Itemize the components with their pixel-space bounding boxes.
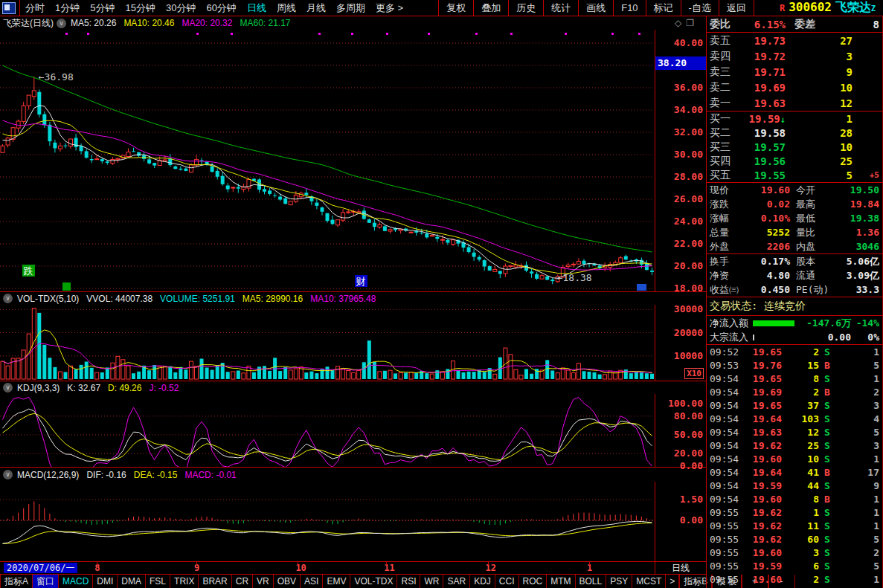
menu-button-2[interactable]: 叠加	[474, 0, 509, 16]
tick-time: 09:53	[710, 360, 741, 371]
tick-row-6: 09:5419.64103S4	[707, 412, 882, 425]
weibi-label: 委比	[710, 18, 741, 31]
kdj-chart[interactable]	[0, 394, 655, 467]
macd-chart[interactable]	[0, 482, 655, 561]
candlestick-chart[interactable]: ←36.98←18.38跌财	[0, 30, 655, 291]
tick-price: 19.62	[741, 440, 782, 451]
toolbar-item-dmi[interactable]: DMI	[93, 575, 118, 588]
menu-button-7[interactable]: 标记	[646, 0, 681, 16]
ask-row-4[interactable]: 卖四19.723	[707, 48, 882, 64]
menu-tab-8[interactable]: 周线	[272, 1, 301, 15]
window-icon[interactable]	[2, 2, 16, 14]
menu-button-5[interactable]: 画线	[579, 0, 614, 16]
menu-tab-7[interactable]: 日线	[242, 1, 272, 15]
tick-time: 09:54	[710, 427, 741, 438]
toolbar-item-macd[interactable]: MACD	[59, 575, 93, 588]
tick-side: S	[819, 534, 835, 545]
svg-text:跌: 跌	[24, 265, 33, 277]
menu-button-6[interactable]: F10	[614, 0, 646, 16]
ask-row-5[interactable]: 卖五19.7327	[707, 33, 882, 48]
tick-row-17: 09:5519.596S5	[707, 559, 882, 572]
toolbar-item-brar[interactable]: BRAR	[199, 575, 231, 588]
toolbar-item-trix[interactable]: TRIX	[170, 575, 199, 588]
svg-text:←18.38: ←18.38	[557, 272, 592, 283]
chevron-down-icon[interactable]: ∨	[57, 19, 66, 28]
toolbar-item-cci[interactable]: CCI	[495, 575, 519, 588]
bid-row-1[interactable]: 买一19.59↓1	[707, 112, 882, 126]
toolbar-item-sar[interactable]: SAR	[443, 575, 470, 588]
toolbar-item-asi[interactable]: ASI	[301, 575, 323, 588]
ask-row-2-label: 卖二	[710, 81, 741, 94]
toolbar-item-obv[interactable]: OBV	[274, 575, 301, 588]
toolbar-item-rsi[interactable]: RSI	[397, 575, 420, 588]
ma-legend: MA5: 20.26MA10: 20.46MA20: 20.32MA60: 21…	[71, 18, 298, 28]
toolbar-item-mcst[interactable]: MCST	[632, 575, 666, 588]
toolbar-item-a[interactable]: 指标A	[0, 575, 33, 588]
menu-tab-5[interactable]: 30分钟	[161, 1, 201, 15]
toolbar-item-fsl[interactable]: FSL	[146, 575, 170, 588]
ask-row-1[interactable]: 卖一19.6312	[707, 95, 882, 111]
ask-row-2[interactable]: 卖二19.6910	[707, 80, 882, 95]
info-row-4: 总量5252量比1.36	[707, 225, 882, 239]
toolbar-item-psy[interactable]: PSY	[606, 575, 632, 588]
chevron-down-icon[interactable]: ∨	[3, 383, 13, 392]
bid-row-2[interactable]: 买二19.5828	[707, 126, 882, 140]
toolbar-item-[interactable]: 窗口	[33, 575, 59, 588]
month-tick-11	[386, 562, 387, 565]
menu-button-3[interactable]: 历史	[509, 0, 544, 16]
toolbar-item-voltdx[interactable]: VOL-TDX	[350, 575, 397, 588]
toolbar-item-emv[interactable]: EMV	[323, 575, 350, 588]
toolbar-item-cr[interactable]: CR	[232, 575, 253, 588]
bid-row-4[interactable]: 买四19.5625	[707, 154, 882, 168]
bid-row-3[interactable]: 买三19.5710	[707, 140, 882, 154]
ask-row-4-price: 19.72	[741, 51, 786, 62]
menu-tab-4[interactable]: 15分钟	[120, 1, 160, 15]
menu-button-1[interactable]: 复权	[439, 0, 474, 16]
vol-header-seg-1: VVOL: 44007.38	[86, 294, 152, 304]
tick-side: B	[819, 494, 835, 505]
macd-axis-label-1: 0.00	[680, 514, 703, 526]
tick-side: S	[819, 427, 835, 438]
weibi-value: 6.15%	[741, 19, 786, 30]
menu-button-9[interactable]: 返回	[719, 0, 754, 16]
date-label: 2020/07/06/一	[4, 563, 77, 573]
toolbar-item-vr[interactable]: VR	[253, 575, 274, 588]
info-label: 收益㈢	[710, 283, 744, 297]
tick-price: 19.69	[741, 387, 782, 398]
toolbar-item-[interactable]: >	[666, 575, 679, 588]
tick-volume: 41	[782, 467, 819, 478]
menu-tab-10[interactable]: 多周期	[331, 1, 370, 15]
menu-tab-1[interactable]: 分时	[20, 1, 50, 15]
menu-tab-3[interactable]: 5分钟	[85, 1, 120, 15]
weibi-row: 委比6.15%委差8	[707, 16, 882, 32]
tick-row-10: 09:5419.6441B17	[707, 465, 882, 479]
menu-tab-2[interactable]: 1分钟	[50, 1, 85, 15]
diamond-icon[interactable]: ◇	[675, 18, 686, 28]
tick-volume: 2	[782, 574, 819, 585]
panel-icon[interactable]: ❐	[686, 18, 699, 28]
info-row-6: 换手0.17%股本5.06亿	[707, 254, 882, 268]
menu-tab-6[interactable]: 60分钟	[201, 1, 241, 15]
toolbar-item-mtm[interactable]: MTM	[547, 575, 575, 588]
chevron-down-icon[interactable]: ∨	[3, 294, 13, 303]
toolbar-item-dma[interactable]: DMA	[118, 575, 146, 588]
ask-row-4-volume: 3	[786, 51, 853, 62]
bid-row-5[interactable]: 买五19.555+5	[707, 168, 882, 182]
toolbar-item-wr[interactable]: WR	[420, 575, 443, 588]
menu-tab-11[interactable]: 更多 >	[370, 1, 408, 15]
flow-bar	[753, 335, 754, 340]
main-axis-label-5: 30.00	[674, 149, 703, 161]
info-value: 4.80	[744, 270, 790, 281]
vol-axis-label-0: 30000	[674, 303, 703, 315]
volume-chart[interactable]	[0, 305, 655, 381]
toolbar-item-boll[interactable]: BOLL	[576, 575, 607, 588]
menu-tab-9[interactable]: 月线	[301, 1, 331, 15]
kdj-axis-label-2: 50.00	[674, 429, 703, 441]
menu-button-8[interactable]: -自选	[681, 0, 719, 16]
toolbar-item-roc[interactable]: ROC	[519, 575, 548, 588]
tick-list[interactable]: 09:5219.652S109:5319.7615B509:5419.658S1…	[707, 345, 882, 588]
toolbar-item-kdj[interactable]: KDJ	[470, 575, 495, 588]
menu-button-4[interactable]: 统计	[544, 0, 579, 16]
ask-row-3[interactable]: 卖三19.719	[707, 64, 882, 80]
chevron-down-icon[interactable]: ∨	[3, 470, 13, 479]
